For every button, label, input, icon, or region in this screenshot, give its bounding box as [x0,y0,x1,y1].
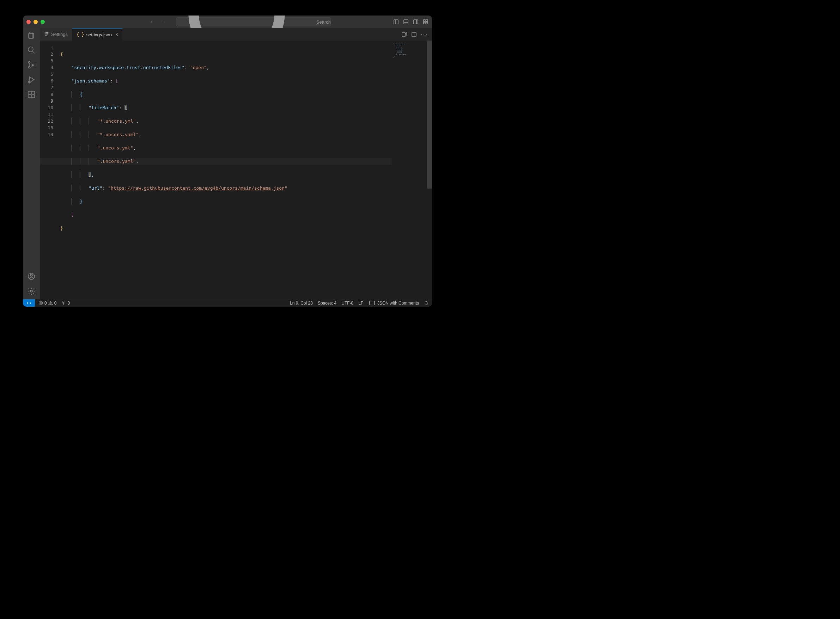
json-value: .uncors.yaml [100,158,133,164]
ports-status[interactable]: 0 [61,301,70,306]
tab-settings[interactable]: Settings [40,28,72,40]
toggle-secondary-sidebar-icon[interactable] [413,19,419,25]
error-count: 0 [45,301,47,306]
indentation-status[interactable]: Spaces: 4 [318,301,337,306]
titlebar-layout-controls [393,19,428,25]
settings-tab-icon [44,31,49,37]
notifications-button[interactable] [424,301,428,305]
svg-point-13 [28,47,33,52]
encoding-status[interactable]: UTF-8 [341,301,353,306]
more-actions-icon[interactable]: ··· [421,31,428,38]
json-key: security.workspace.trust.untrustedFiles [74,65,182,70]
toggle-primary-sidebar-icon[interactable] [393,19,399,25]
activity-bar [23,28,40,299]
minimize-window-button[interactable] [33,20,38,24]
minimap[interactable]: { "security.workspace.trust.un... "json.… [392,40,427,299]
settings-gear-icon[interactable] [27,287,36,295]
tab-label: Settings [51,32,68,37]
ports-count: 0 [67,301,70,306]
svg-point-25 [30,274,33,277]
svg-rect-22 [32,95,34,98]
remote-indicator[interactable] [23,299,35,307]
cursor-position[interactable]: Ln 9, Col 28 [290,301,313,306]
remote-icon [27,301,31,306]
svg-point-32 [45,34,46,36]
svg-rect-23 [32,91,34,94]
tab-bar: Settings { } settings.json × ··· [40,28,432,40]
json-url-value[interactable]: https://raw.githubusercontent.com/evg4b/… [111,185,284,191]
command-center-search[interactable]: Search [176,17,331,27]
nav-arrows: ← → [150,19,166,25]
explorer-icon[interactable] [27,31,36,39]
accounts-icon[interactable] [27,272,36,281]
window-controls [27,20,45,24]
code-content[interactable]: { "security.workspace.trust.untrustedFil… [57,40,392,299]
json-file-icon: { } [76,32,84,37]
json-key: fileMatch [91,105,116,110]
search-placeholder: Search [316,19,331,25]
warning-icon [48,301,53,305]
vscode-window: ← → Search [23,15,432,307]
warning-count: 0 [54,301,57,306]
run-file-icon[interactable] [401,32,407,37]
run-debug-icon[interactable] [27,75,36,84]
vertical-scrollbar[interactable] [427,40,432,299]
svg-rect-4 [404,20,408,24]
language-mode[interactable]: { } JSON with Comments [368,301,419,306]
svg-rect-6 [414,20,418,24]
svg-point-16 [28,67,30,69]
editor-actions: ··· [397,28,432,40]
close-tab-button[interactable]: × [115,32,118,37]
svg-point-30 [45,32,46,33]
svg-point-17 [33,64,34,66]
text-editor[interactable]: 1234 5678 9101112 1314 { "security.works… [40,40,432,299]
search-icon[interactable] [27,46,36,54]
svg-rect-8 [424,20,425,21]
toggle-panel-icon[interactable] [403,19,409,25]
svg-point-31 [46,33,48,34]
nav-back-button[interactable]: ← [150,19,156,25]
json-value: *.uncors.yaml [100,132,136,137]
svg-rect-21 [28,95,31,98]
problems-status[interactable]: 0 0 [39,301,57,306]
split-editor-icon[interactable] [411,32,417,37]
editor-area: Settings { } settings.json × ··· 1234 56… [40,28,432,299]
maximize-window-button[interactable] [40,20,45,24]
svg-rect-10 [424,22,425,24]
svg-rect-11 [426,22,428,24]
source-control-icon[interactable] [27,61,36,69]
line-number-gutter: 1234 5678 9101112 1314 [40,40,57,299]
scrollbar-thumb[interactable] [427,40,432,188]
status-bar: 0 0 0 Ln 9, Col 28 Spaces: 4 UTF-8 LF { … [23,299,432,307]
radio-tower-icon [61,301,66,305]
json-value: .uncors.yml [100,145,130,151]
svg-point-26 [30,290,33,292]
tab-settings-json[interactable]: { } settings.json × [72,28,123,40]
svg-rect-9 [426,20,428,21]
svg-line-14 [33,51,34,53]
tab-label: settings.json [86,32,112,37]
json-key: url [91,185,99,191]
svg-rect-20 [28,91,31,94]
json-value: *.uncors.yml [100,118,133,124]
error-icon [39,301,43,305]
main-body: Settings { } settings.json × ··· 1234 56… [23,28,432,299]
json-value: open [193,65,204,70]
braces-icon: { } [368,301,376,306]
svg-rect-12 [28,33,33,39]
svg-rect-33 [402,33,405,37]
status-left: 0 0 0 [35,301,73,306]
close-window-button[interactable] [27,20,31,24]
json-key: json.schemas [74,78,107,84]
minimap-content: { "security.workspace.trust.un... "json.… [393,43,426,58]
nav-forward-button[interactable]: → [160,19,166,25]
extensions-icon[interactable] [27,90,36,99]
eol-status[interactable]: LF [358,301,363,306]
svg-point-15 [28,62,30,63]
bell-icon [424,301,428,305]
status-right: Ln 9, Col 28 Spaces: 4 UTF-8 LF { } JSON… [286,301,432,306]
svg-rect-2 [394,20,398,24]
svg-point-42 [63,302,64,303]
titlebar: ← → Search [23,15,432,28]
customize-layout-icon[interactable] [423,19,428,25]
